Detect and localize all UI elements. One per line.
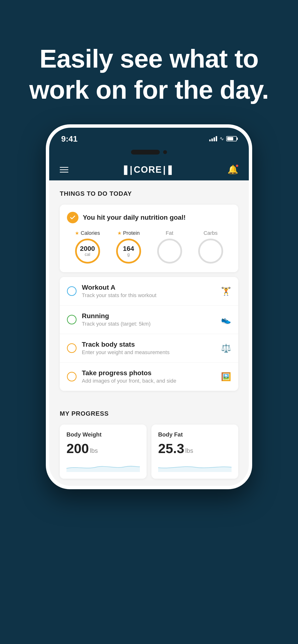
todo-name-running: Running — [82, 312, 216, 320]
nutrition-goal-text: You hit your daily nutrition goal! — [83, 214, 186, 222]
todo-desc-workout: Track your stats for this workout — [82, 292, 216, 298]
things-today-title: THINGS TO DO TODAY — [60, 190, 238, 198]
notch-pill — [131, 150, 160, 154]
star-icon-protein: ★ — [117, 230, 122, 236]
app-header: ❚| CORE |❚ 🔔 — [49, 159, 249, 180]
todo-desc-running: Track your stats (target: 5km) — [82, 321, 216, 327]
status-time: 9:41 — [61, 134, 77, 144]
todo-workout-a[interactable]: Workout A Track your stats for this work… — [60, 277, 238, 306]
todo-progress-photos[interactable]: Take progress photos Add images of your … — [60, 362, 238, 391]
calories-unit: cal — [85, 252, 90, 257]
todo-info-body-stats: Track body stats Enter your weight and m… — [82, 341, 216, 356]
todo-running[interactable]: Running Track your stats (target: 5km) 👟 — [60, 306, 238, 334]
macro-protein: ★ Protein 164 g — [108, 230, 149, 264]
battery-icon — [226, 136, 237, 141]
macro-row: ★ Calories 2000 cal ★ — [67, 230, 231, 264]
fat-circle — [157, 238, 182, 264]
todo-desc-photos: Add images of your front, back, and side — [82, 378, 216, 384]
phone-inner: 9:41 ∿ — [49, 128, 249, 486]
todo-desc-body-stats: Enter your weight and measurements — [82, 349, 216, 356]
protein-value: 164 — [123, 245, 134, 252]
body-fat-card: Body Fat 25.3 lbs — [152, 424, 238, 479]
status-bar: 9:41 ∿ — [49, 128, 249, 147]
todo-info-photos: Take progress photos Add images of your … — [82, 369, 216, 384]
body-weight-chart — [66, 460, 140, 472]
status-icons: ∿ — [209, 136, 237, 142]
body-weight-value: 200 lbs — [66, 442, 140, 455]
todo-info-workout: Workout A Track your stats for this work… — [82, 284, 216, 298]
logo-left-icon: ❚| — [122, 164, 133, 175]
logo-text: CORE — [134, 164, 162, 175]
body-fat-value: 25.3 lbs — [158, 442, 232, 455]
notch — [115, 147, 183, 158]
todo-info-running: Running Track your stats (target: 5km) — [82, 312, 216, 327]
todo-name-workout: Workout A — [82, 284, 216, 291]
app-content: THINGS TO DO TODAY You hit your daily nu… — [49, 180, 249, 405]
phone-outer: 9:41 ∿ — [46, 124, 252, 489]
progress-grid: Body Weight 200 lbs — [60, 424, 238, 479]
nutrition-header: You hit your daily nutrition goal! — [67, 212, 231, 223]
notch-area — [49, 147, 249, 159]
carbs-label: Carbs — [203, 230, 218, 236]
notification-bell[interactable]: 🔔 — [227, 164, 238, 175]
protein-unit: g — [127, 252, 129, 257]
calories-circle: 2000 cal — [75, 238, 100, 264]
body-weight-unit: lbs — [90, 448, 98, 454]
hero-headline: Easily see what to work on for the day. — [19, 43, 279, 105]
my-progress-title: MY PROGRESS — [60, 410, 238, 417]
body-fat-title: Body Fat — [158, 431, 232, 438]
protein-label: ★ Protein — [117, 230, 140, 236]
calories-value: 2000 — [80, 245, 95, 252]
hamburger-menu[interactable] — [60, 167, 68, 172]
body-fat-unit: lbs — [185, 448, 193, 454]
todo-circle-photos — [67, 372, 77, 382]
todo-circle-running — [67, 315, 77, 324]
todo-name-body-stats: Track body stats — [82, 341, 216, 348]
fat-label: Fat — [166, 230, 174, 236]
todo-name-photos: Take progress photos — [82, 369, 216, 377]
body-fat-chart — [158, 460, 232, 472]
calories-label: ★ Calories — [75, 230, 100, 236]
macro-carbs: Carbs — [190, 230, 231, 264]
signal-icon — [209, 136, 217, 141]
phone-mockup: 9:41 ∿ — [0, 120, 298, 489]
macro-calories: ★ Calories 2000 cal — [67, 230, 108, 264]
macro-fat: Fat — [149, 230, 190, 264]
todo-circle-workout — [67, 286, 77, 296]
todo-body-stats[interactable]: Track body stats Enter your weight and m… — [60, 334, 238, 362]
logo-right-icon: |❚ — [163, 164, 174, 175]
running-icon: 👟 — [221, 315, 231, 324]
workout-icon: 🏋️ — [221, 286, 231, 296]
body-weight-card: Body Weight 200 lbs — [60, 424, 146, 479]
body-stats-icon: ⚖️ — [221, 343, 231, 353]
todo-circle-body-stats — [67, 343, 77, 353]
todo-list: Workout A Track your stats for this work… — [60, 277, 238, 391]
body-weight-title: Body Weight — [66, 431, 140, 438]
star-icon: ★ — [75, 230, 79, 236]
protein-circle: 164 g — [116, 238, 141, 264]
wifi-icon: ∿ — [220, 136, 224, 142]
my-progress-section: MY PROGRESS Body Weight 200 lbs — [49, 405, 249, 486]
carbs-circle — [198, 238, 223, 264]
notch-dot — [163, 150, 167, 154]
nutrition-goal-card: You hit your daily nutrition goal! ★ Cal… — [60, 204, 238, 272]
app-logo: ❚| CORE |❚ — [122, 164, 174, 175]
hero-section: Easily see what to work on for the day. — [0, 0, 298, 120]
photos-icon: 🖼️ — [221, 372, 231, 382]
check-circle — [67, 212, 78, 223]
